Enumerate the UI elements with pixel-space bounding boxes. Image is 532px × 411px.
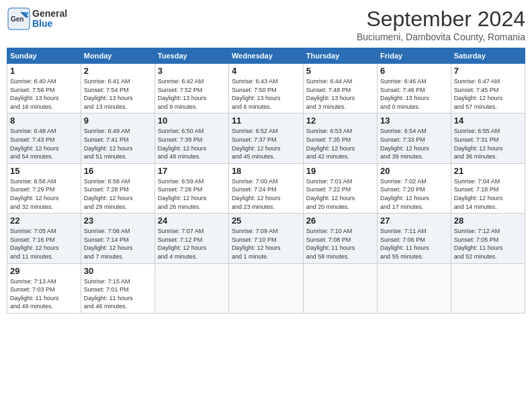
day-number: 7 (454, 66, 522, 76)
day-info: Sunrise: 6:44 AM Sunset: 7:48 PM Dayligh… (306, 77, 374, 111)
day-cell: 1Sunrise: 6:40 AM Sunset: 7:56 PM Daylig… (7, 64, 81, 113)
calendar-header: SundayMondayTuesdayWednesdayThursdayFrid… (7, 48, 525, 64)
day-info: Sunrise: 7:07 AM Sunset: 7:12 PM Dayligh… (158, 227, 226, 261)
logo-icon: Gen (7, 7, 31, 31)
day-info: Sunrise: 7:00 AM Sunset: 7:24 PM Dayligh… (232, 177, 300, 211)
page-header: Gen General Blue September 2024 Buciumen… (7, 7, 525, 42)
day-number: 19 (306, 166, 374, 176)
day-cell: 3Sunrise: 6:42 AM Sunset: 7:52 PM Daylig… (154, 64, 228, 113)
week-row-3: 15Sunrise: 6:56 AM Sunset: 7:29 PM Dayli… (7, 163, 525, 213)
day-cell: 18Sunrise: 7:00 AM Sunset: 7:24 PM Dayli… (228, 163, 303, 213)
day-info: Sunrise: 6:47 AM Sunset: 7:45 PM Dayligh… (454, 77, 522, 111)
day-cell: 30Sunrise: 7:15 AM Sunset: 7:01 PM Dayli… (81, 263, 154, 313)
day-number: 16 (84, 166, 152, 176)
day-cell: 12Sunrise: 6:53 AM Sunset: 7:35 PM Dayli… (303, 113, 377, 163)
calendar-table: SundayMondayTuesdayWednesdayThursdayFrid… (7, 48, 525, 314)
day-info: Sunrise: 7:09 AM Sunset: 7:10 PM Dayligh… (232, 227, 300, 261)
day-cell: 17Sunrise: 6:59 AM Sunset: 7:26 PM Dayli… (154, 163, 228, 213)
day-number: 27 (380, 216, 448, 226)
day-info: Sunrise: 7:06 AM Sunset: 7:14 PM Dayligh… (84, 227, 152, 261)
day-cell (303, 263, 377, 313)
col-header-thursday: Thursday (303, 48, 377, 64)
day-cell: 29Sunrise: 7:13 AM Sunset: 7:03 PM Dayli… (7, 263, 81, 313)
day-info: Sunrise: 7:15 AM Sunset: 7:01 PM Dayligh… (84, 277, 152, 311)
day-cell: 6Sunrise: 6:46 AM Sunset: 7:46 PM Daylig… (378, 64, 451, 113)
logo-text: General Blue (32, 9, 67, 30)
day-number: 21 (454, 166, 522, 176)
day-info: Sunrise: 7:11 AM Sunset: 7:06 PM Dayligh… (380, 227, 448, 261)
day-cell: 23Sunrise: 7:06 AM Sunset: 7:14 PM Dayli… (81, 214, 154, 263)
day-cell: 15Sunrise: 6:56 AM Sunset: 7:29 PM Dayli… (7, 163, 81, 213)
day-info: Sunrise: 6:50 AM Sunset: 7:39 PM Dayligh… (158, 127, 226, 161)
day-number: 12 (306, 116, 374, 126)
svg-text:Gen: Gen (11, 15, 24, 23)
day-number: 25 (232, 216, 300, 226)
location: Buciumeni, Dambovita County, Romania (357, 32, 525, 42)
day-info: Sunrise: 7:04 AM Sunset: 7:18 PM Dayligh… (454, 177, 522, 211)
col-header-wednesday: Wednesday (228, 48, 303, 64)
day-info: Sunrise: 6:42 AM Sunset: 7:52 PM Dayligh… (158, 77, 226, 111)
day-info: Sunrise: 6:43 AM Sunset: 7:50 PM Dayligh… (232, 77, 300, 111)
day-info: Sunrise: 7:02 AM Sunset: 7:20 PM Dayligh… (380, 177, 448, 211)
day-cell: 7Sunrise: 6:47 AM Sunset: 7:45 PM Daylig… (451, 64, 525, 113)
day-info: Sunrise: 7:05 AM Sunset: 7:16 PM Dayligh… (10, 227, 78, 261)
day-number: 2 (84, 66, 152, 76)
day-info: Sunrise: 6:52 AM Sunset: 7:37 PM Dayligh… (232, 127, 300, 161)
day-info: Sunrise: 6:59 AM Sunset: 7:26 PM Dayligh… (158, 177, 226, 211)
calendar-body: 1Sunrise: 6:40 AM Sunset: 7:56 PM Daylig… (7, 64, 525, 314)
day-cell (154, 263, 228, 313)
day-cell (451, 263, 525, 313)
week-row-4: 22Sunrise: 7:05 AM Sunset: 7:16 PM Dayli… (7, 214, 525, 263)
day-info: Sunrise: 6:40 AM Sunset: 7:56 PM Dayligh… (10, 77, 78, 111)
day-info: Sunrise: 6:54 AM Sunset: 7:33 PM Dayligh… (380, 127, 448, 161)
day-cell: 10Sunrise: 6:50 AM Sunset: 7:39 PM Dayli… (154, 113, 228, 163)
day-number: 13 (380, 116, 448, 126)
day-cell: 5Sunrise: 6:44 AM Sunset: 7:48 PM Daylig… (303, 64, 377, 113)
day-info: Sunrise: 6:46 AM Sunset: 7:46 PM Dayligh… (380, 77, 448, 111)
day-cell: 16Sunrise: 6:58 AM Sunset: 7:28 PM Dayli… (81, 163, 154, 213)
day-cell: 13Sunrise: 6:54 AM Sunset: 7:33 PM Dayli… (378, 113, 451, 163)
col-header-tuesday: Tuesday (154, 48, 228, 64)
day-cell: 21Sunrise: 7:04 AM Sunset: 7:18 PM Dayli… (451, 163, 525, 213)
day-cell: 28Sunrise: 7:12 AM Sunset: 7:05 PM Dayli… (451, 214, 525, 263)
day-cell: 2Sunrise: 6:41 AM Sunset: 7:54 PM Daylig… (81, 64, 154, 113)
day-number: 15 (10, 166, 78, 176)
day-cell: 8Sunrise: 6:48 AM Sunset: 7:43 PM Daylig… (7, 113, 81, 163)
week-row-1: 1Sunrise: 6:40 AM Sunset: 7:56 PM Daylig… (7, 64, 525, 113)
day-cell: 25Sunrise: 7:09 AM Sunset: 7:10 PM Dayli… (228, 214, 303, 263)
day-cell: 27Sunrise: 7:11 AM Sunset: 7:06 PM Dayli… (378, 214, 451, 263)
day-number: 6 (380, 66, 448, 76)
day-number: 20 (380, 166, 448, 176)
day-number: 22 (10, 216, 78, 226)
day-info: Sunrise: 7:13 AM Sunset: 7:03 PM Dayligh… (10, 277, 78, 311)
day-info: Sunrise: 6:55 AM Sunset: 7:31 PM Dayligh… (454, 127, 522, 161)
day-info: Sunrise: 6:58 AM Sunset: 7:28 PM Dayligh… (84, 177, 152, 211)
title-block: September 2024 Buciumeni, Dambovita Coun… (357, 7, 525, 42)
logo: Gen General Blue (7, 7, 67, 31)
day-number: 9 (84, 116, 152, 126)
day-info: Sunrise: 6:53 AM Sunset: 7:35 PM Dayligh… (306, 127, 374, 161)
day-cell (228, 263, 303, 313)
day-info: Sunrise: 6:49 AM Sunset: 7:41 PM Dayligh… (84, 127, 152, 161)
day-cell: 26Sunrise: 7:10 AM Sunset: 7:08 PM Dayli… (303, 214, 377, 263)
day-number: 18 (232, 166, 300, 176)
day-number: 10 (158, 116, 226, 126)
week-row-5: 29Sunrise: 7:13 AM Sunset: 7:03 PM Dayli… (7, 263, 525, 313)
day-number: 26 (306, 216, 374, 226)
col-header-monday: Monday (81, 48, 154, 64)
day-number: 30 (84, 266, 152, 276)
day-number: 1 (10, 66, 78, 76)
col-header-sunday: Sunday (7, 48, 81, 64)
day-cell: 20Sunrise: 7:02 AM Sunset: 7:20 PM Dayli… (378, 163, 451, 213)
day-cell: 11Sunrise: 6:52 AM Sunset: 7:37 PM Dayli… (228, 113, 303, 163)
col-header-saturday: Saturday (451, 48, 525, 64)
day-number: 24 (158, 216, 226, 226)
day-number: 14 (454, 116, 522, 126)
day-info: Sunrise: 6:56 AM Sunset: 7:29 PM Dayligh… (10, 177, 78, 211)
day-number: 11 (232, 116, 300, 126)
day-info: Sunrise: 7:10 AM Sunset: 7:08 PM Dayligh… (306, 227, 374, 261)
day-info: Sunrise: 6:48 AM Sunset: 7:43 PM Dayligh… (10, 127, 78, 161)
day-info: Sunrise: 7:12 AM Sunset: 7:05 PM Dayligh… (454, 227, 522, 261)
day-cell: 24Sunrise: 7:07 AM Sunset: 7:12 PM Dayli… (154, 214, 228, 263)
day-cell: 19Sunrise: 7:01 AM Sunset: 7:22 PM Dayli… (303, 163, 377, 213)
